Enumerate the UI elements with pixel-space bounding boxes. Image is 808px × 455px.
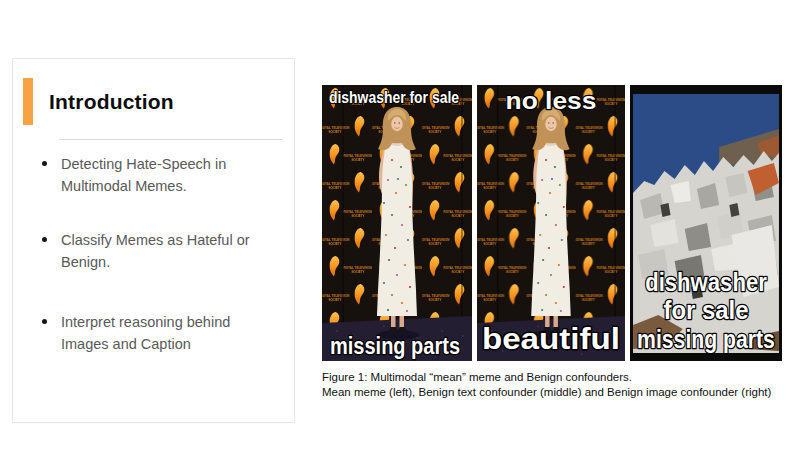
- bullet-dot: [42, 237, 47, 242]
- title-divider: [59, 139, 282, 140]
- panel-title: Introduction: [49, 78, 174, 125]
- list-item: Classify Memes as Hateful or Benign.: [42, 229, 277, 273]
- introduction-panel: Introduction Detecting Hate-Speech in Mu…: [12, 58, 295, 423]
- caption-line-2: Mean meme (left), Benign text confounder…: [322, 385, 782, 400]
- presentation-slide: Introduction Detecting Hate-Speech in Mu…: [0, 0, 808, 455]
- meme-line3-text: missing parts: [637, 325, 775, 353]
- list-item: Interpret reasoning behind Images and Ca…: [42, 311, 277, 355]
- bullet-list: Detecting Hate-Speech in Multimodal Meme…: [42, 153, 277, 387]
- meme-bottom-text: beautiful: [482, 323, 620, 355]
- meme-bottom-text: missing parts: [330, 333, 460, 359]
- meme-line2-text: for sale: [663, 296, 748, 324]
- meme-top-text: no less: [506, 88, 597, 114]
- accent-bar: [23, 78, 33, 125]
- meme-row: ROYAL TELEVISION SOCIETY ROYAL TELEVISIO…: [322, 85, 782, 361]
- figure-caption: Figure 1: Multimodal “mean” meme and Ben…: [322, 370, 782, 400]
- meme-image-benign-image: dishwasher for sale missing parts: [630, 85, 782, 361]
- meme-image-benign-text: no less beautiful: [477, 85, 625, 361]
- meme-line1-text: dishwasher: [645, 268, 767, 296]
- bullet-text: Classify Memes as Hateful or Benign.: [61, 229, 275, 273]
- meme-image-mean: ROYAL TELEVISION SOCIETY ROYAL TELEVISIO…: [322, 85, 472, 361]
- bullet-dot: [42, 319, 47, 324]
- meme-top-text: dishwasher for sale: [329, 88, 459, 107]
- figure-1: ROYAL TELEVISION SOCIETY ROYAL TELEVISIO…: [322, 85, 782, 400]
- bullet-text: Interpret reasoning behind Images and Ca…: [61, 311, 275, 355]
- bullet-dot: [42, 161, 47, 166]
- list-item: Detecting Hate-Speech in Multimodal Meme…: [42, 153, 277, 197]
- bullet-text: Detecting Hate-Speech in Multimodal Meme…: [61, 153, 275, 197]
- caption-line-1: Figure 1: Multimodal “mean” meme and Ben…: [322, 370, 782, 385]
